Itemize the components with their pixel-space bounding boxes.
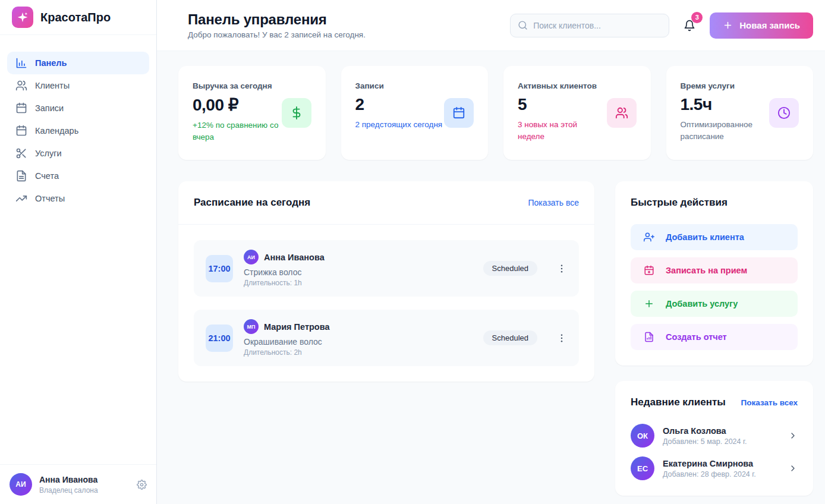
sparkles-icon	[12, 7, 33, 28]
appointment-service: Стрижка волос	[244, 267, 473, 277]
sidebar-item-clients[interactable]: Клиенты	[7, 74, 149, 97]
right-column: Быстрые действия Добавить клиента Записа…	[615, 181, 813, 496]
appointment-duration: Длительность: 1h	[244, 279, 473, 287]
scissors-icon	[15, 147, 27, 159]
appointment-menu-button[interactable]	[556, 333, 567, 344]
chevron-right-icon	[788, 464, 798, 473]
avatar: АИ	[10, 473, 32, 496]
calendar-icon	[15, 102, 27, 114]
trending-up-icon	[15, 193, 27, 204]
stat-sub: +12% по сравнению со вчера	[193, 119, 281, 143]
quick-actions-panel: Быстрые действия Добавить клиента Записа…	[615, 181, 813, 366]
new-record-button[interactable]: Новая запись	[710, 12, 813, 39]
users-icon	[607, 98, 637, 128]
add-service-button[interactable]: Добавить услугу	[631, 291, 798, 317]
user-name: Анна Иванова	[39, 475, 98, 484]
settings-button[interactable]	[137, 480, 147, 490]
notification-badge: 3	[691, 12, 703, 23]
sidebar-item-services[interactable]: Услуги	[7, 142, 149, 165]
schedule-panel: Расписание на сегодня Показать все 17:00…	[178, 181, 594, 382]
bar-chart-icon	[15, 57, 27, 69]
page-header: Панель управления Добро пожаловать! У ва…	[157, 0, 825, 51]
sidebar-item-label: Услуги	[35, 149, 62, 158]
main-area: Панель управления Добро пожаловать! У ва…	[157, 0, 825, 504]
sidebar-item-calendar[interactable]: Календарь	[7, 119, 149, 142]
calendar-plus-icon	[644, 265, 654, 276]
more-vertical-icon	[556, 333, 567, 344]
content: Выручка за сегодня 0,00 ₽ +12% по сравне…	[157, 51, 825, 504]
dollar-icon	[282, 98, 311, 128]
stat-value: 0,00 ₽	[193, 95, 281, 115]
appointment-client: Анна Иванова	[264, 253, 325, 262]
app-window: КрасотаПро Панель Клиенты Записи Календа…	[0, 0, 825, 504]
stats-grid: Выручка за сегодня 0,00 ₽ +12% по сравне…	[178, 66, 813, 160]
stat-sub: Оптимизированное расписание	[681, 119, 769, 142]
user-plus-icon	[644, 232, 654, 242]
add-client-button[interactable]: Добавить клиента	[631, 224, 798, 250]
sidebar-item-appointments[interactable]: Записи	[7, 97, 149, 119]
avatar: МП	[244, 319, 259, 334]
stat-value: 1.5ч	[681, 95, 769, 114]
avatar: ОК	[631, 424, 654, 448]
quick-actions-title: Быстрые действия	[631, 197, 798, 209]
appointment-client: Мария Петрова	[264, 322, 329, 332]
stat-card-revenue: Выручка за сегодня 0,00 ₽ +12% по сравне…	[178, 66, 326, 160]
app-title: КрасотаПро	[40, 11, 111, 24]
sidebar-nav: Панель Клиенты Записи Календарь Услуги С…	[0, 35, 156, 464]
sidebar: КрасотаПро Панель Клиенты Записи Календа…	[0, 0, 157, 504]
status-badge: Scheduled	[483, 330, 537, 345]
sidebar-item-label: Календарь	[35, 126, 78, 136]
search-icon	[518, 20, 528, 30]
sidebar-item-label: Счета	[35, 171, 59, 181]
schedule-show-all-link[interactable]: Показать все	[528, 198, 579, 207]
clock-icon	[769, 98, 799, 128]
stat-card-appointments: Записи 2 2 предстоящих сегодня	[341, 66, 489, 160]
sidebar-item-dashboard[interactable]: Панель	[7, 52, 149, 74]
page-subtitle: Добро пожаловать! У вас 2 записей на сег…	[188, 30, 366, 39]
schedule-title: Расписание на сегодня	[194, 197, 310, 209]
user-role: Владелец салона	[39, 486, 98, 494]
calendar-icon	[15, 125, 27, 137]
stat-value: 2	[355, 95, 443, 114]
sidebar-item-reports[interactable]: Отчеты	[7, 187, 149, 210]
recent-clients-show-all-link[interactable]: Показать всех	[741, 398, 798, 407]
file-chart-icon	[644, 332, 654, 342]
avatar: ЕС	[631, 456, 654, 480]
sidebar-user: АИ Анна Иванова Владелец салона	[0, 464, 156, 504]
more-vertical-icon	[556, 263, 567, 274]
book-appointment-button[interactable]: Записать на прием	[631, 257, 798, 284]
stat-card-active-clients: Активных клиентов 5 3 новых на этой неде…	[503, 66, 651, 160]
stat-sub: 2 предстоящих сегодня	[355, 119, 443, 131]
app-logo: КрасотаПро	[0, 0, 156, 35]
quick-action-label: Добавить услугу	[666, 299, 738, 308]
users-icon	[15, 80, 27, 92]
appointment-menu-button[interactable]	[556, 263, 567, 274]
client-added-date: Добавлен: 5 мар. 2024 г.	[663, 437, 747, 446]
file-text-icon	[15, 170, 27, 182]
sidebar-item-label: Панель	[35, 58, 67, 68]
stat-value: 5	[518, 95, 606, 114]
gear-icon	[137, 480, 147, 490]
chevron-right-icon	[788, 431, 798, 440]
recent-clients-panel: Недавние клиенты Показать всех ОК Ольга …	[615, 381, 813, 496]
client-name: Екатерина Смирнова	[663, 459, 756, 468]
sidebar-item-invoices[interactable]: Счета	[7, 165, 149, 187]
client-list-item[interactable]: ОК Ольга Козлова Добавлен: 5 мар. 2024 г…	[631, 424, 798, 448]
stat-label: Записи	[355, 81, 443, 90]
page-title: Панель управления	[188, 11, 366, 28]
plus-icon	[644, 298, 654, 309]
notifications-button[interactable]: 3	[682, 18, 697, 33]
sidebar-item-label: Записи	[35, 103, 64, 113]
stat-label: Активных клиентов	[518, 81, 606, 90]
appointment-duration: Длительность: 2h	[244, 348, 473, 357]
appointment-time: 21:00	[206, 325, 233, 352]
search-input[interactable]	[533, 21, 662, 30]
client-list-item[interactable]: ЕС Екатерина Смирнова Добавлен: 28 февр.…	[631, 456, 798, 480]
appointment-row: 17:00 АИ Анна Иванова Стрижка волос Длит…	[194, 240, 579, 297]
quick-action-label: Добавить клиента	[666, 232, 744, 242]
client-added-date: Добавлен: 28 февр. 2024 г.	[663, 470, 756, 478]
appointment-time: 17:00	[206, 255, 233, 282]
create-report-button[interactable]: Создать отчет	[631, 324, 798, 350]
stat-label: Время услуги	[681, 81, 769, 90]
sidebar-item-label: Отчеты	[35, 194, 65, 203]
